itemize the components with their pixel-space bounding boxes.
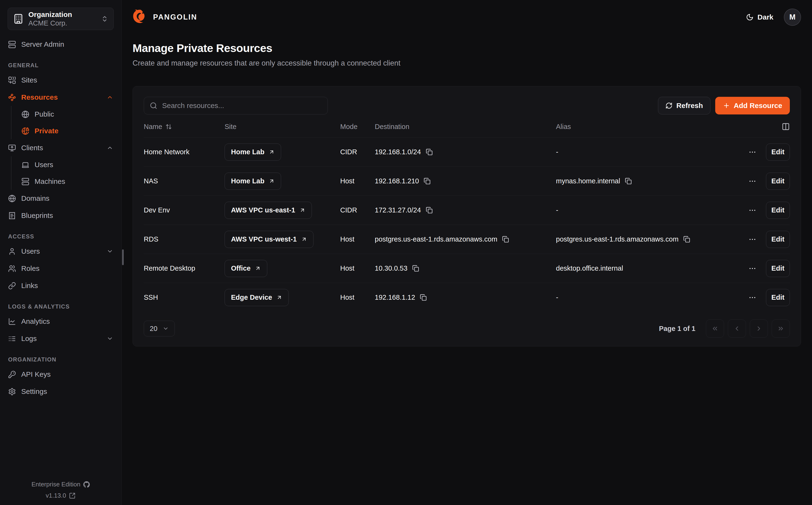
row-menu-button[interactable] xyxy=(748,206,757,214)
users-icon xyxy=(8,265,16,273)
version-link[interactable]: v1.13.0 xyxy=(0,492,121,499)
resource-alias: desktop.office.internal xyxy=(556,265,623,272)
sidebar-item-private[interactable]: Private xyxy=(21,123,114,139)
site-link-button[interactable]: Edge Device xyxy=(225,289,289,306)
site-link-button[interactable]: Office xyxy=(225,260,267,277)
sidebar-item-logs[interactable]: Logs xyxy=(8,330,114,347)
resource-destination: 192.168.1.12 xyxy=(375,294,415,301)
edit-button[interactable]: Edit xyxy=(766,202,790,219)
copy-destination-button[interactable] xyxy=(502,236,509,243)
resource-alias: - xyxy=(556,148,558,156)
row-menu-button[interactable] xyxy=(748,294,757,302)
search-input[interactable] xyxy=(162,101,322,110)
sidebar-item-users[interactable]: Users xyxy=(8,243,114,260)
copy-icon xyxy=(625,178,632,185)
copy-icon xyxy=(412,265,419,272)
sidebar-item-label: Links xyxy=(21,282,38,290)
resource-mode: Host xyxy=(340,265,375,272)
site-link-button[interactable]: AWS VPC us-east-1 xyxy=(225,202,312,219)
resource-name: NAS xyxy=(144,177,225,185)
row-menu-button[interactable] xyxy=(748,265,757,273)
row-menu-button[interactable] xyxy=(748,235,757,243)
edit-button[interactable]: Edit xyxy=(766,260,790,277)
chevron-right-icon xyxy=(755,325,762,332)
sidebar-nav: Server Admin GENERAL Sites Resources Pub… xyxy=(8,36,114,400)
site-link-button[interactable]: Home Lab xyxy=(225,144,281,161)
theme-toggle[interactable]: Dark xyxy=(746,13,773,21)
arrow-up-right-icon xyxy=(299,207,306,213)
copy-icon xyxy=(424,178,431,185)
chevrons-left-icon xyxy=(712,325,719,332)
sidebar-item-public[interactable]: Public xyxy=(21,106,114,123)
copy-destination-button[interactable] xyxy=(420,294,427,301)
section-label-general: GENERAL xyxy=(8,62,114,69)
page-size-value: 20 xyxy=(150,325,157,333)
column-visibility-button[interactable] xyxy=(782,123,790,131)
brand[interactable]: PANGOLIN xyxy=(133,9,197,25)
sidebar-item-server-admin[interactable]: Server Admin xyxy=(8,36,114,53)
sidebar-item-links[interactable]: Links xyxy=(8,277,114,294)
ellipsis-icon xyxy=(748,265,757,273)
row-menu-button[interactable] xyxy=(748,177,757,185)
edit-button[interactable]: Edit xyxy=(766,231,790,248)
globe-icon xyxy=(8,195,16,202)
row-menu-button[interactable] xyxy=(748,148,757,156)
copy-alias-button[interactable] xyxy=(625,178,632,185)
edit-button[interactable]: Edit xyxy=(766,173,790,190)
edit-button[interactable]: Edit xyxy=(766,144,790,161)
sidebar-item-label: Clients xyxy=(21,144,43,152)
org-selector[interactable]: Organization ACME Corp. xyxy=(8,8,114,30)
last-page-button[interactable] xyxy=(772,320,790,338)
first-page-button[interactable] xyxy=(706,320,724,338)
brand-name: PANGOLIN xyxy=(153,13,197,21)
page-head: Manage Private Resources Create and mana… xyxy=(133,41,801,67)
user-icon xyxy=(8,247,16,256)
copy-destination-button[interactable] xyxy=(426,149,433,155)
sidebar-item-settings[interactable]: Settings xyxy=(8,383,114,400)
sidebar-scrollbar-thumb[interactable] xyxy=(122,249,124,265)
chevron-up-icon xyxy=(107,145,113,151)
section-label-access: ACCESS xyxy=(8,233,114,240)
sidebar-item-label: Users xyxy=(35,161,53,169)
column-header-destination: Destination xyxy=(375,123,556,131)
ellipsis-icon xyxy=(748,235,757,243)
sidebar-item-client-users[interactable]: Users xyxy=(21,156,114,173)
ellipsis-icon xyxy=(748,294,757,302)
add-resource-button[interactable]: Add Resource xyxy=(715,97,790,115)
edition-link[interactable]: Enterprise Edition xyxy=(0,481,121,488)
sidebar-item-analytics[interactable]: Analytics xyxy=(8,313,114,330)
resource-alias: mynas.home.internal xyxy=(556,177,620,185)
sidebar-item-label: Users xyxy=(21,247,40,256)
site-link-button[interactable]: AWS VPC us-west-1 xyxy=(225,231,314,248)
sidebar-item-clients[interactable]: Clients xyxy=(8,139,114,156)
page-subtitle: Create and manage resources that are onl… xyxy=(133,59,801,67)
resource-name: Dev Env xyxy=(144,206,225,214)
arrow-up-right-icon xyxy=(269,178,275,184)
resource-destination: postgres.us-east-1.rds.amazonaws.com xyxy=(375,235,497,243)
sidebar-item-api-keys[interactable]: API Keys xyxy=(8,366,114,383)
previous-page-button[interactable] xyxy=(728,320,746,338)
sidebar-item-sites[interactable]: Sites xyxy=(8,71,114,89)
chevron-up-icon xyxy=(107,94,113,101)
resource-mode: CIDR xyxy=(340,206,375,214)
copy-destination-button[interactable] xyxy=(412,265,419,272)
avatar[interactable]: M xyxy=(784,9,801,26)
refresh-button[interactable]: Refresh xyxy=(658,97,710,115)
sidebar-item-machines[interactable]: Machines xyxy=(21,173,114,190)
site-link-button[interactable]: Home Lab xyxy=(225,173,281,190)
sidebar-item-resources[interactable]: Resources xyxy=(8,89,114,106)
next-page-button[interactable] xyxy=(750,320,768,338)
copy-destination-button[interactable] xyxy=(424,178,431,185)
copy-icon xyxy=(420,294,427,301)
table-row: Remote Desktop Office Host 10.30.0.53 de… xyxy=(144,254,790,283)
sort-by-name[interactable]: Name xyxy=(144,123,172,131)
sidebar-item-domains[interactable]: Domains xyxy=(8,190,114,207)
sidebar-item-roles[interactable]: Roles xyxy=(8,260,114,277)
page-size-select[interactable]: 20 xyxy=(144,321,175,336)
sidebar-item-label: Analytics xyxy=(21,317,50,325)
copy-alias-button[interactable] xyxy=(683,236,690,243)
copy-destination-button[interactable] xyxy=(426,207,433,214)
sidebar-item-blueprints[interactable]: Blueprints xyxy=(8,207,114,224)
edit-button[interactable]: Edit xyxy=(766,289,790,306)
server-icon xyxy=(21,178,29,185)
